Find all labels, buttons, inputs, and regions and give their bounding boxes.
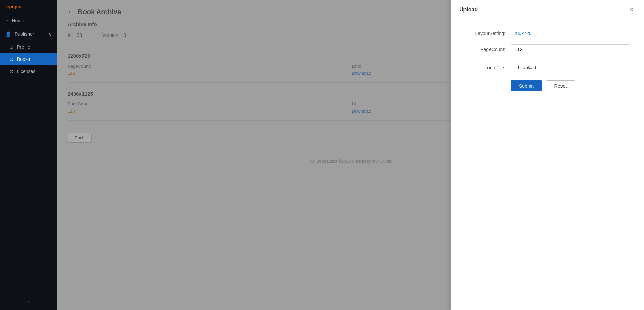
- books-icon: ⊙: [9, 56, 14, 62]
- sidebar-item-books[interactable]: ⊙ Books: [0, 53, 57, 65]
- sidebar-profile-label: Profile: [17, 44, 30, 50]
- profile-icon: ⊙: [9, 44, 14, 50]
- main-area: ← Book Archive Archive Info Id: 33 Versi…: [57, 0, 644, 310]
- sidebar-item-profile[interactable]: ⊙ Profile: [0, 41, 57, 53]
- sidebar: kyx.jsc ⌂ Home 👤 Publisher ∧ ⊙ Profile ⊙…: [0, 0, 57, 310]
- sidebar-publisher-label: Publisher: [15, 31, 34, 37]
- upload-btn-label: Upload: [522, 65, 536, 70]
- page-count-form-label: PageCount:: [465, 47, 505, 52]
- page-count-row: PageCount:: [465, 44, 630, 54]
- upload-panel: Upload ✕ LayoutSetting: 1280x720 PageCou…: [451, 0, 644, 310]
- chevron-icon: ∧: [48, 31, 51, 37]
- logo: kyx.jsc: [0, 0, 57, 14]
- sidebar-books-label: Books: [17, 56, 30, 62]
- sidebar-item-publisher[interactable]: 👤 Publisher ∧: [0, 27, 57, 41]
- logo-upload-button[interactable]: ⤒ Upload: [511, 63, 542, 72]
- sidebar-collapse-btn[interactable]: ‹: [0, 293, 57, 310]
- reset-button[interactable]: Reset: [546, 80, 575, 91]
- sidebar-licenses-label: Licenses: [17, 69, 35, 74]
- submit-button[interactable]: Submit: [511, 80, 542, 91]
- form-actions: Submit Reset: [465, 80, 630, 91]
- layout-setting-row: LayoutSetting: 1280x720: [465, 31, 630, 36]
- upload-icon: ⤒: [517, 65, 520, 70]
- logo-file-row: Logo File: ⤒ Upload: [465, 63, 630, 72]
- sidebar-item-licenses[interactable]: ⊙ Licenses: [0, 65, 57, 77]
- upload-title: Upload: [459, 7, 478, 13]
- licenses-icon: ⊙: [9, 69, 14, 74]
- sidebar-item-label: Home: [11, 18, 24, 23]
- sidebar-item-home[interactable]: ⌂ Home: [0, 14, 57, 27]
- close-button[interactable]: ✕: [627, 5, 636, 14]
- upload-header: Upload ✕: [451, 0, 644, 20]
- layout-setting-label: LayoutSetting:: [465, 31, 505, 36]
- logo-file-label: Logo File:: [465, 65, 505, 70]
- layout-setting-value: 1280x720: [511, 31, 532, 36]
- upload-body: LayoutSetting: 1280x720 PageCount: Logo …: [451, 20, 644, 310]
- page-count-input[interactable]: [511, 44, 630, 54]
- publisher-icon: 👤: [5, 31, 11, 37]
- home-icon: ⌂: [5, 18, 8, 23]
